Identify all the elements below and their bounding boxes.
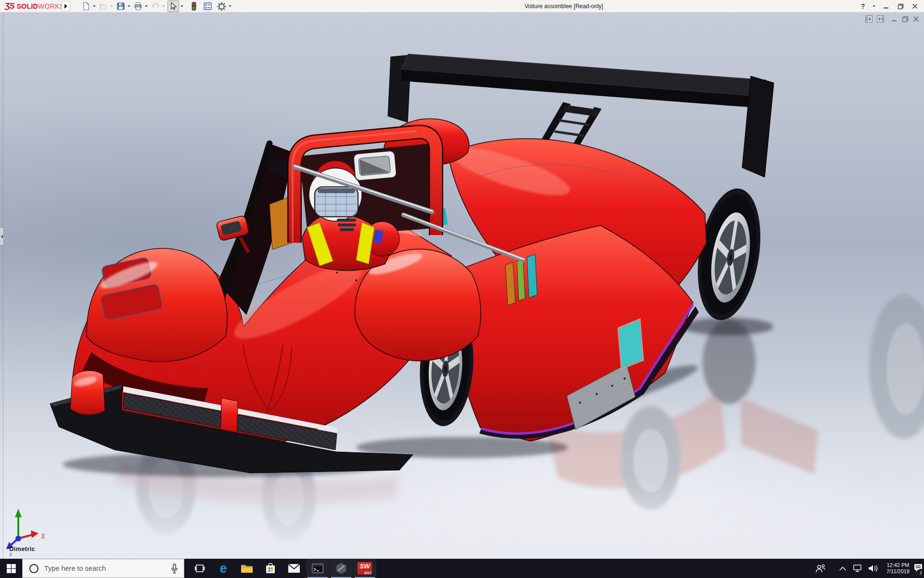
microphone-icon[interactable]: [171, 564, 178, 574]
document-window-controls: [865, 15, 919, 23]
title-bar: ƷS SOLIDWORKS: [0, 0, 924, 13]
menu-flyout-arrow[interactable]: [62, 1, 70, 11]
pane-right-arrow-icon: [878, 16, 883, 22]
open-folder-icon: [99, 2, 108, 11]
solidworks-2017-button[interactable]: SW 2017: [353, 559, 376, 578]
clock-time: 12:42 PM: [886, 562, 909, 568]
panel-splitter-line: [3, 13, 3, 559]
undo-dropdown-caret[interactable]: [162, 5, 165, 7]
rebuild-button[interactable]: [190, 0, 198, 12]
save-floppy-icon: [116, 2, 125, 11]
car-3d-model: X z: [0, 13, 924, 559]
options-gear-icon: [217, 2, 226, 11]
collapse-arrow-icon: [1, 235, 3, 238]
hexagon-app-button[interactable]: [330, 559, 353, 578]
side-window-teal: [618, 319, 643, 369]
file-explorer-button[interactable]: [235, 559, 258, 578]
speaker-icon: [868, 564, 879, 573]
windows-taskbar: e: [0, 559, 924, 578]
flyout-arrow-icon: [64, 4, 67, 9]
new-document-button[interactable]: [81, 0, 91, 12]
open-button[interactable]: [98, 0, 109, 12]
reflection-fade: [0, 475, 924, 559]
store-button[interactable]: [259, 559, 282, 578]
pane-left-arrow-icon: [866, 16, 872, 22]
collapse-pane-button[interactable]: [865, 15, 873, 23]
minimize-button[interactable]: [880, 1, 892, 12]
display-settings-icon: [203, 2, 212, 11]
save-dropdown-caret[interactable]: [128, 5, 130, 7]
solidworks-logo: ƷS SOLIDWORKS: [5, 0, 64, 13]
taskbar-clock[interactable]: 12:42 PM 7/11/2018: [883, 559, 913, 578]
doc-restore-button[interactable]: [902, 16, 909, 23]
network-icon: [852, 564, 863, 573]
clock-date: 7/11/2018: [886, 568, 910, 575]
start-button[interactable]: [0, 559, 22, 578]
window-title: Voiture assomblee [Read-only]: [525, 0, 603, 13]
people-button[interactable]: [814, 559, 827, 578]
tray-overflow-button[interactable]: [837, 559, 848, 578]
doc-minimize-button[interactable]: [891, 16, 898, 22]
open-dropdown-caret[interactable]: [110, 5, 113, 7]
people-icon: [815, 564, 826, 573]
task-view-icon: [194, 563, 205, 574]
cortana-icon: [29, 564, 38, 573]
options-dropdown-caret[interactable]: [229, 5, 231, 7]
solidworks-2017-icon: SW 2017: [358, 562, 372, 575]
search-input[interactable]: [44, 565, 165, 572]
minimize-icon: [883, 3, 889, 9]
command-prompt-icon: [312, 564, 323, 573]
notification-badge: 2: [917, 569, 924, 576]
edge-icon: e: [219, 562, 227, 575]
save-button[interactable]: [116, 0, 126, 12]
undo-button[interactable]: [150, 0, 161, 12]
print-icon: [134, 2, 142, 11]
action-center-button[interactable]: 2: [912, 559, 924, 578]
mail-button[interactable]: [282, 559, 306, 578]
hexagon-app-icon: [335, 562, 347, 575]
edge-button[interactable]: e: [212, 559, 235, 578]
expand-pane-button[interactable]: [877, 15, 884, 23]
help-button[interactable]: ?: [857, 1, 869, 12]
taskbar-search[interactable]: [22, 559, 184, 578]
task-view-button[interactable]: [188, 559, 211, 578]
command-prompt-button[interactable]: [306, 559, 329, 578]
new-document-icon: [82, 2, 90, 11]
rebuild-traffic-light-icon: [191, 1, 197, 11]
restore-icon: [898, 3, 904, 10]
display-settings-button[interactable]: [202, 0, 213, 12]
graphics-viewport[interactable]: X z *D: [0, 13, 924, 559]
cockpit-teal-panel: [527, 254, 537, 298]
new-dropdown-caret[interactable]: [93, 5, 96, 7]
quick-access-toolbar: [81, 0, 234, 13]
select-tool-button[interactable]: [167, 0, 179, 12]
file-explorer-icon: [241, 563, 253, 574]
network-button[interactable]: [851, 559, 864, 578]
store-icon: [265, 563, 276, 574]
rear-wheel: [689, 184, 769, 325]
restore-button[interactable]: [894, 1, 907, 12]
x-axis-label: X: [40, 533, 45, 540]
select-cursor-icon: [169, 2, 178, 11]
close-button[interactable]: [909, 1, 921, 12]
ds-logo-icon: ƷS: [5, 1, 14, 11]
undo-icon: [151, 2, 160, 11]
windows-logo-icon: [7, 564, 16, 573]
rearview-mirror: [353, 150, 397, 181]
print-button[interactable]: [133, 0, 143, 12]
close-icon: [912, 3, 918, 9]
volume-button[interactable]: [866, 559, 881, 578]
doc-close-button[interactable]: [913, 16, 919, 22]
print-dropdown-caret[interactable]: [145, 5, 148, 7]
view-orientation-label: *Dimetric: [7, 545, 35, 552]
select-dropdown-caret[interactable]: [180, 5, 183, 7]
chevron-up-icon: [839, 566, 846, 571]
feature-manager-collapse-tab[interactable]: [0, 227, 4, 246]
help-dropdown-caret[interactable]: [873, 5, 875, 7]
mail-icon: [288, 564, 300, 573]
options-button[interactable]: [216, 0, 227, 12]
